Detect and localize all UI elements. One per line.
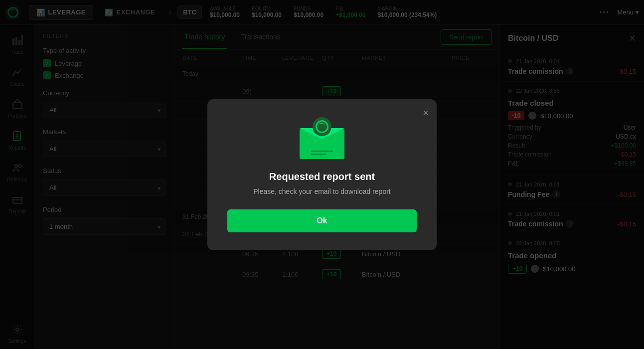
modal-close-button[interactable]: ×: [423, 107, 429, 119]
modal-ok-button[interactable]: Ok: [227, 209, 417, 232]
modal-subtitle: Please, check your email to download rep…: [227, 187, 417, 195]
modal-title: Requested report sent: [227, 171, 417, 182]
modal-envelope-icon: [297, 119, 347, 159]
modal-overlay[interactable]: ×: [0, 0, 644, 349]
modal-dialog: ×: [207, 99, 437, 250]
